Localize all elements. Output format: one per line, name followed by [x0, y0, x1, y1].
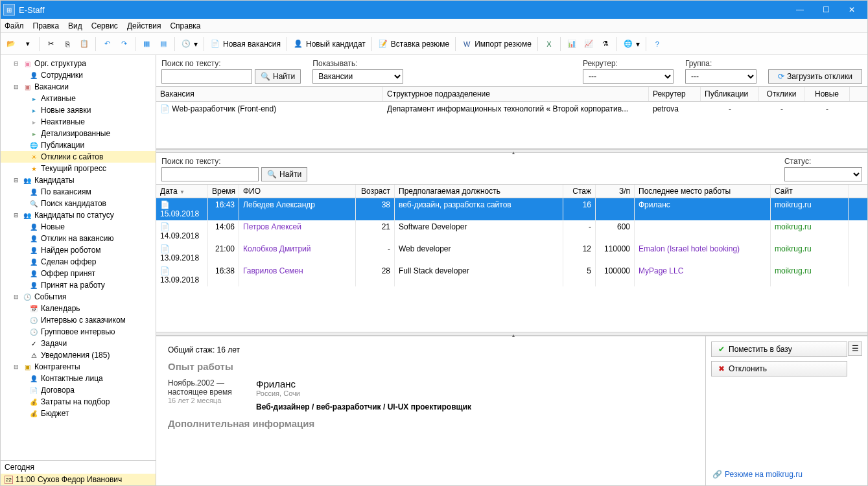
tb-filter[interactable]: ⚗	[598, 36, 613, 52]
tb-redo[interactable]: ↷	[116, 36, 132, 52]
splitter-1[interactable]: ▴	[156, 149, 867, 153]
tb-open[interactable]: 📂	[3, 36, 19, 52]
tb-form[interactable]: ▤	[156, 36, 171, 52]
col-fio[interactable]: ФИО	[239, 185, 356, 198]
menu-view[interactable]: Вид	[68, 21, 82, 30]
tree-cs-offer-ok[interactable]: 👤Оффер принят	[1, 268, 156, 279]
tree-vac-detailed[interactable]: ▸Детализированные	[1, 128, 156, 139]
col-sal[interactable]: З/п	[596, 185, 635, 198]
search-input-2[interactable]	[161, 167, 259, 181]
menu-help[interactable]: Справка	[170, 21, 200, 30]
tree-cand-status[interactable]: ⊟👥Кандидаты по статусу	[1, 209, 156, 221]
tb-stats[interactable]: 📈	[581, 36, 596, 52]
col-pos[interactable]: Предполагаемая должность	[395, 185, 563, 198]
actions-menu-button[interactable]: ☰	[848, 341, 862, 356]
tree-ev-interview[interactable]: 🕓Интервью с заказчиком	[1, 314, 156, 326]
tree-cs-robot[interactable]: 👤Найден роботом	[1, 244, 156, 256]
new-vacancy-button[interactable]: 📄Новая вакансия	[207, 36, 283, 52]
col-new[interactable]: Новые	[804, 87, 850, 101]
tree-candidates[interactable]: ⊟👥Кандидаты	[1, 174, 156, 186]
tree-vac-active[interactable]: ▸Активные	[1, 93, 156, 104]
agenda-item[interactable]: 22 11:00 Сухов Федор Иванович	[1, 474, 156, 485]
close-button[interactable]: ✕	[839, 1, 865, 19]
tree-cs-offer[interactable]: 👤Сделан оффер	[1, 256, 156, 268]
tree-employees[interactable]: 👤Сотрудники	[1, 69, 156, 81]
find-button-2[interactable]: 🔍Найти	[261, 167, 307, 181]
tree-ev-tasks[interactable]: ✓Задачи	[1, 338, 156, 349]
menu-edit[interactable]: Правка	[33, 21, 60, 30]
tree-contr[interactable]: ⊟▣Контрагенты	[1, 361, 156, 373]
new-candidate-button[interactable]: 👤Новый кандидат	[290, 36, 368, 52]
tree-ev-notif[interactable]: ⚠Уведомления (185)	[1, 349, 156, 361]
col-site[interactable]: Сайт	[771, 185, 849, 198]
tb-excel[interactable]: X	[541, 36, 557, 52]
tb-grid[interactable]: ▦	[139, 36, 154, 52]
tree-ev-group[interactable]: 🕓Групповое интервью	[1, 326, 156, 338]
menu-service[interactable]: Сервис	[91, 21, 118, 30]
maximize-button[interactable]: ☐	[813, 1, 839, 19]
tree-vac-inactive[interactable]: ▸Неактивные	[1, 116, 156, 128]
menu-file[interactable]: Файл	[5, 21, 24, 30]
tree-vac-responses[interactable]: ☀Отклики с сайтов	[1, 151, 156, 163]
col-resp[interactable]: Отклики	[759, 87, 804, 101]
tb-undo[interactable]: ↶	[99, 36, 115, 52]
col-last[interactable]: Последнее место работы	[635, 185, 771, 198]
tree-co-contacts[interactable]: 👤Контактные лица	[1, 373, 156, 384]
col-time[interactable]: Время	[208, 185, 239, 198]
search-input[interactable]	[161, 69, 252, 84]
show-select[interactable]: Вакансии	[312, 69, 403, 84]
tree-cs-response[interactable]: 👤Отклик на вакансию	[1, 233, 156, 244]
tb-copy[interactable]: ⎘	[60, 36, 75, 52]
recruiter-select[interactable]: ---	[583, 69, 674, 84]
vacancy-row[interactable]: 📄 Web-разработчик (Front-end) Департамен…	[156, 102, 867, 116]
tree-cs-new[interactable]: 👤Новые	[1, 221, 156, 233]
add-to-db-button[interactable]: ✔Поместить в базу	[711, 341, 847, 357]
tree-co-costs[interactable]: 💰Затраты на подбор	[1, 396, 156, 408]
tree-events[interactable]: ⊟🕓События	[1, 291, 156, 303]
col-pub[interactable]: Публикации	[701, 87, 759, 101]
tree-vac-new[interactable]: ▸Новые заявки	[1, 104, 156, 116]
external-resume-link[interactable]: 🔗Резюме на moikrug.ru	[712, 470, 803, 479]
tree-vac-progress[interactable]: ★Текущий прогресс	[1, 163, 156, 174]
table-row[interactable]: 📄13.09.201816:38Гаврилов Семен28Full Sta…	[156, 264, 867, 286]
tb-paste[interactable]: 📋	[76, 36, 92, 52]
table-row[interactable]: 📄14.09.201814:06Петров Алексей21Software…	[156, 220, 867, 242]
reject-button[interactable]: ✖Отклонить	[711, 361, 847, 376]
table-row[interactable]: 📄15.09.201816:43Лебедев Александр38веб-д…	[156, 198, 867, 220]
tree-ev-cal[interactable]: 📅Календарь	[1, 303, 156, 314]
col-age[interactable]: Возраст	[356, 185, 395, 198]
tb-clock[interactable]: 🕓▾	[178, 36, 200, 52]
tree-vacancies[interactable]: ⊟▣Вакансии	[1, 81, 156, 93]
tb-globe[interactable]: 🌐▾	[620, 36, 642, 52]
location: Россия, Сочи	[256, 389, 471, 397]
doc-icon: 📄	[160, 104, 170, 113]
table-row[interactable]: 📄13.09.201821:00Колобков Дмитрий-Web dev…	[156, 242, 867, 264]
tree-vac-pub[interactable]: 🌐Публикации	[1, 139, 156, 151]
refresh-icon: ⟳	[778, 72, 784, 81]
status-select[interactable]	[784, 167, 862, 181]
col-vacancy[interactable]: Вакансия	[156, 87, 383, 101]
group-select[interactable]: ---	[685, 69, 757, 84]
find-button[interactable]: 🔍Найти	[255, 69, 301, 84]
col-date[interactable]: Дата ▼	[156, 185, 208, 198]
tree-org[interactable]: ⊟▣Орг. структура	[1, 58, 156, 69]
import-resume-button[interactable]: WИмпорт резюме	[459, 36, 534, 52]
tree-cand-byvac[interactable]: 👤По вакансиям	[1, 186, 156, 198]
tree-co-budget[interactable]: 💰Бюджет	[1, 408, 156, 419]
col-recruiter[interactable]: Рекрутер	[649, 87, 701, 101]
tree-cs-hired[interactable]: 👤Принят на работу	[1, 279, 156, 291]
tb-chart[interactable]: 📊	[564, 36, 580, 52]
tb-drop[interactable]: ▾	[20, 36, 36, 52]
tree-cand-search[interactable]: 🔍Поиск кандидатов	[1, 198, 156, 209]
tb-help[interactable]: ?	[650, 36, 665, 52]
splitter-2[interactable]: ▴	[156, 332, 867, 336]
tree-co-contracts[interactable]: 📄Договора	[1, 384, 156, 396]
col-dept[interactable]: Структурное подразделение	[383, 87, 649, 101]
menu-actions[interactable]: Действия	[127, 21, 161, 30]
minimize-button[interactable]: —	[787, 1, 813, 19]
insert-resume-button[interactable]: 📝Вставка резюме	[375, 36, 452, 52]
col-exp[interactable]: Стаж	[563, 185, 596, 198]
load-responses-button[interactable]: ⟳Загрузить отклики	[768, 69, 862, 84]
tb-cut[interactable]: ✂	[43, 36, 58, 52]
check-icon: ✔	[718, 345, 725, 354]
